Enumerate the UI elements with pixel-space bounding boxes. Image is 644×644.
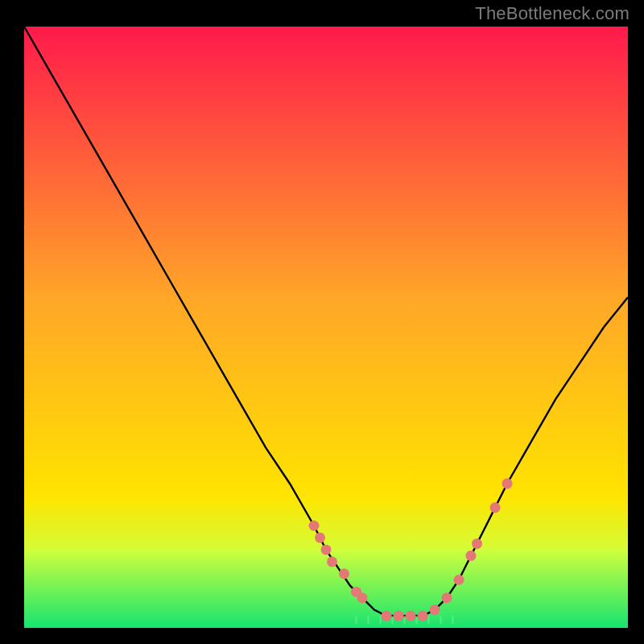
watermark-label: TheBottleneck.com xyxy=(475,3,630,24)
axis-tick xyxy=(440,616,442,624)
data-dot xyxy=(382,611,392,621)
data-dot xyxy=(454,575,464,585)
axis-tick xyxy=(416,616,418,624)
axis-tick xyxy=(404,616,406,624)
data-dot xyxy=(321,544,332,555)
data-dot xyxy=(315,532,325,543)
data-dot xyxy=(339,568,349,579)
data-dot xyxy=(309,521,320,531)
axis-tick xyxy=(356,616,357,624)
good-band xyxy=(24,550,628,628)
data-dot xyxy=(406,611,416,621)
data-dot xyxy=(327,556,337,567)
data-dot xyxy=(357,592,368,603)
data-dot xyxy=(394,611,404,621)
axis-tick xyxy=(368,616,369,624)
data-dot xyxy=(502,478,513,489)
data-dot xyxy=(442,592,452,603)
axis-tick xyxy=(380,616,382,624)
data-dot xyxy=(430,605,440,615)
data-dot xyxy=(466,551,477,561)
axis-tick xyxy=(392,616,394,624)
data-dot xyxy=(490,502,501,513)
plot-background xyxy=(24,27,628,628)
axis-tick xyxy=(452,616,454,624)
data-dot xyxy=(418,611,428,621)
data-dot xyxy=(472,539,482,549)
bottleneck-chart xyxy=(0,0,644,644)
axis-tick xyxy=(428,616,430,624)
